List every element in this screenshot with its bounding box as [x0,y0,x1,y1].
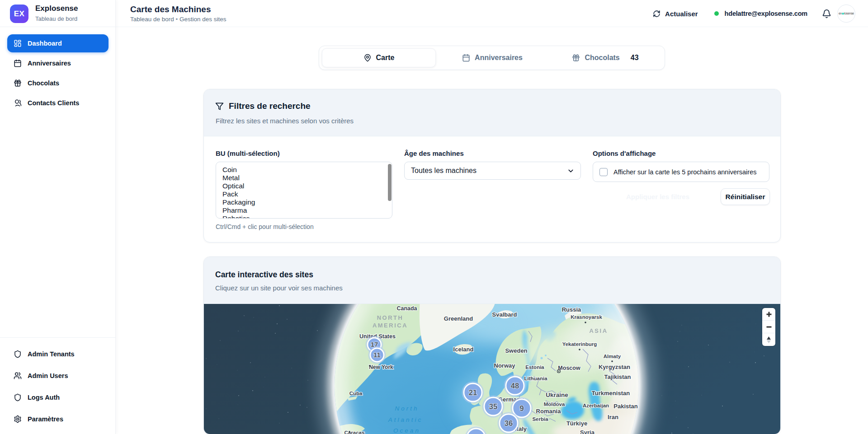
svg-text:Romania: Romania [536,408,561,415]
svg-text:Pakistan: Pakistan [613,403,638,410]
svg-text:11: 11 [373,351,381,359]
svg-text:Turkmenistan: Turkmenistan [592,390,630,397]
svg-text:Türkiye: Türkiye [566,420,587,427]
svg-text:Ukraine: Ukraine [546,392,568,398]
svg-text:Kyrgyzstan: Kyrgyzstan [599,364,630,370]
svg-text:9: 9 [519,404,524,412]
svg-text:36: 36 [505,419,513,427]
svg-text:Ocean: Ocean [393,427,420,434]
svg-text:Moscow: Moscow [558,365,580,371]
svg-text:Lithuania: Lithuania [524,376,547,381]
svg-text:Norway: Norway [494,362,516,369]
svg-text:21: 21 [469,388,477,397]
svg-text:Svalbard: Svalbard [492,311,517,318]
svg-text:Krasnoyarsk: Krasnoyarsk [571,314,602,320]
svg-text:New York: New York [369,364,393,370]
svg-text:Iran: Iran [608,414,618,420]
svg-text:Greenland: Greenland [444,315,473,322]
svg-text:Moldova: Moldova [544,401,565,407]
svg-text:Caracas: Caracas [344,430,365,434]
svg-text:Russia: Russia [562,306,581,313]
svg-text:Serbia: Serbia [532,416,548,422]
svg-text:Sweden: Sweden [505,347,527,354]
svg-text:Syria: Syria [580,429,595,434]
svg-text:Atlantic: Atlantic [388,416,423,423]
svg-text:Cuba: Cuba [349,391,363,396]
svg-text:Iceland: Iceland [453,346,474,353]
svg-text:ASIA: ASIA [589,327,608,334]
svg-text:Tajikistan: Tajikistan [604,373,631,380]
svg-text:Estonia: Estonia [525,364,544,370]
svg-text:Azerbaijan: Azerbaijan [583,403,609,408]
svg-text:35: 35 [489,402,497,411]
svg-text:NORTH: NORTH [377,314,404,321]
svg-text:Canada: Canada [396,305,417,312]
svg-text:North: North [395,405,419,412]
svg-text:Almaty: Almaty [604,354,621,359]
svg-text:48: 48 [511,382,519,390]
svg-text:Yekaterinburg: Yekaterinburg [562,341,597,347]
svg-text:AMERICA: AMERICA [373,322,408,329]
